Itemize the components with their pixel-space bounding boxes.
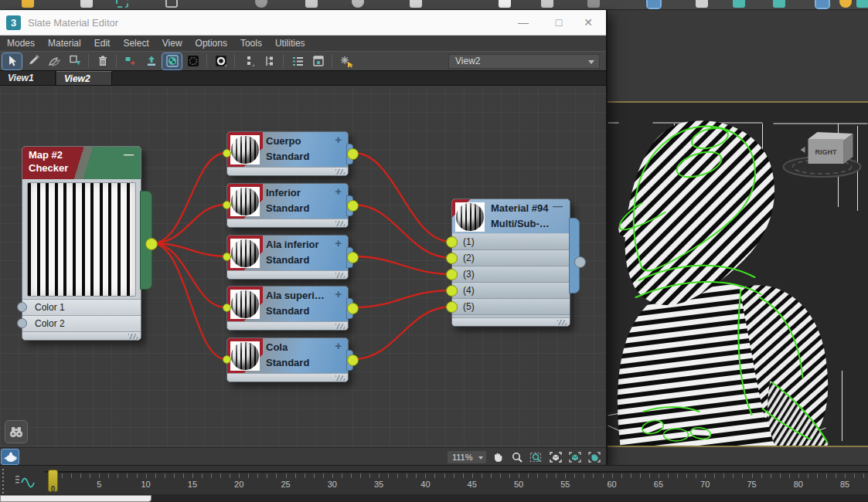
parameter-editor-button[interactable] xyxy=(308,53,328,70)
input-socket[interactable] xyxy=(446,301,458,313)
multi-slot-3[interactable]: (3) xyxy=(452,266,570,283)
pan-tool-button[interactable] xyxy=(489,449,506,465)
multi-output-tab[interactable] xyxy=(569,218,580,293)
mini-curve-editor-button[interactable] xyxy=(12,470,42,490)
map-node-header[interactable]: Map #2 Checker — xyxy=(22,147,141,179)
timeline-drag-handle[interactable] xyxy=(2,467,4,494)
tab-view2[interactable]: View2 xyxy=(56,71,112,86)
menu-material[interactable]: Material xyxy=(48,38,81,49)
input-socket[interactable] xyxy=(223,149,231,158)
zoom-region-button[interactable] xyxy=(528,449,545,465)
input-socket[interactable] xyxy=(223,355,231,364)
material-map-browser-button[interactable] xyxy=(288,53,307,70)
output-socket[interactable] xyxy=(347,303,359,314)
render-map-button[interactable] xyxy=(336,53,356,70)
node-graph-canvas[interactable]: Map #2 Checker — Color 1 Color 2 xyxy=(0,85,606,446)
output-socket[interactable] xyxy=(347,354,359,366)
multi-slot-4[interactable]: (4) xyxy=(452,283,570,299)
zoom-tool-button[interactable] xyxy=(509,449,526,465)
output-socket[interactable] xyxy=(347,148,359,160)
connection-wire[interactable] xyxy=(152,205,226,243)
input-socket[interactable] xyxy=(223,253,231,261)
pick-material-button[interactable] xyxy=(23,53,43,70)
assign-material-button[interactable] xyxy=(44,53,63,70)
zoom-percent-select[interactable]: 111% xyxy=(447,450,487,464)
output-socket[interactable] xyxy=(347,252,359,263)
expand-node-button[interactable]: + xyxy=(335,185,342,198)
menu-utilities[interactable]: Utilities xyxy=(275,38,305,49)
maxscript-mini-listener[interactable] xyxy=(0,495,151,502)
material-node-ala-superior[interactable]: Ala superi…Standard + xyxy=(226,286,349,331)
node-resize-grip[interactable] xyxy=(227,321,348,330)
multi-slot-2[interactable]: (2) xyxy=(452,250,570,266)
input-socket[interactable] xyxy=(446,236,458,248)
input-socket[interactable] xyxy=(223,304,231,312)
input-socket[interactable] xyxy=(17,302,27,312)
menu-options[interactable]: Options xyxy=(196,38,227,49)
map-slot-color2[interactable]: Color 2 xyxy=(22,315,141,331)
node-resize-grip[interactable] xyxy=(227,270,348,279)
layout-all-button[interactable] xyxy=(260,53,279,70)
put-to-scene-button[interactable] xyxy=(65,53,84,70)
maximize-button[interactable]: □ xyxy=(547,15,570,31)
material-node-ala-inferior[interactable]: Ala inferiorStandard + xyxy=(226,235,349,280)
input-socket[interactable] xyxy=(17,318,27,328)
connection-wire[interactable] xyxy=(354,290,451,307)
max-main-toolbar[interactable] xyxy=(0,0,868,10)
window-titlebar[interactable]: 3 Slate Material Editor — □ ✕ xyxy=(0,10,606,36)
move-children-button[interactable] xyxy=(121,53,140,70)
zoom-extents-selected-button[interactable] xyxy=(567,449,584,465)
map-node[interactable]: Map #2 Checker — Color 1 Color 2 xyxy=(22,146,141,341)
viewcube-face-label[interactable]: RIGHT xyxy=(815,148,838,156)
connection-wire[interactable] xyxy=(152,153,226,243)
timeline[interactable]: 0510152025303540455055606570758085 0 xyxy=(0,465,868,494)
view-selector-dropdown[interactable]: View2 xyxy=(448,54,600,69)
input-socket[interactable] xyxy=(446,269,458,280)
output-socket[interactable] xyxy=(347,200,359,212)
material-node-cuerpo[interactable]: CuerpoStandard + xyxy=(226,131,349,176)
menu-edit[interactable]: Edit xyxy=(94,38,111,49)
expand-node-button[interactable]: + xyxy=(335,133,342,146)
time-slider[interactable]: 0 xyxy=(48,470,58,492)
select-tool-button[interactable] xyxy=(2,53,22,70)
menu-view[interactable]: View xyxy=(162,38,182,49)
navigator-button[interactable] xyxy=(5,420,28,443)
material-node-cola[interactable]: ColaStandard + xyxy=(226,337,349,382)
menu-select[interactable]: Select xyxy=(123,38,148,49)
menu-tools[interactable]: Tools xyxy=(240,38,262,49)
map-slot-color1[interactable]: Color 1 xyxy=(22,299,141,315)
show-background-button[interactable] xyxy=(183,53,203,70)
show-standard-map-button[interactable] xyxy=(211,53,230,70)
node-resize-grip[interactable] xyxy=(22,331,141,340)
connection-wire[interactable] xyxy=(152,243,226,359)
output-socket[interactable] xyxy=(574,256,586,268)
show-shaded-teapot-button[interactable] xyxy=(1,449,19,465)
connection-wire[interactable] xyxy=(354,153,451,242)
3d-viewport[interactable]: RIGHT xyxy=(608,101,868,447)
node-resize-grip[interactable] xyxy=(227,219,348,227)
close-button[interactable]: ✕ xyxy=(577,15,600,31)
minimize-button[interactable]: — xyxy=(512,15,535,31)
input-socket[interactable] xyxy=(446,253,458,264)
pan-to-selected-button[interactable] xyxy=(586,449,603,465)
expand-node-button[interactable]: + xyxy=(335,236,342,249)
multi-slot-1[interactable]: (1) xyxy=(452,234,570,250)
material-node-inferior[interactable]: InferiorStandard + xyxy=(226,183,349,228)
tab-view1[interactable]: View1 xyxy=(0,71,56,86)
node-resize-grip[interactable] xyxy=(227,167,348,175)
node-resize-grip[interactable] xyxy=(452,317,570,326)
delete-selected-button[interactable] xyxy=(93,53,112,70)
layout-children-button[interactable] xyxy=(239,53,258,70)
input-socket[interactable] xyxy=(446,285,458,297)
multi-sub-material-node[interactable]: Material #94 Multi/Sub-… — (1) (2) (3) (… xyxy=(451,198,570,327)
connection-wire[interactable] xyxy=(354,205,451,258)
node-resize-grip[interactable] xyxy=(227,373,348,382)
output-socket[interactable] xyxy=(145,238,158,250)
input-socket[interactable] xyxy=(223,201,231,209)
connection-wire[interactable] xyxy=(354,307,451,359)
show-shaded-in-viewport-button[interactable] xyxy=(162,53,182,70)
multi-slot-5[interactable]: (5) xyxy=(452,299,570,315)
collapse-node-button[interactable]: — xyxy=(124,148,134,161)
viewcube[interactable]: RIGHT xyxy=(784,132,861,177)
expand-node-button[interactable]: + xyxy=(335,339,342,352)
